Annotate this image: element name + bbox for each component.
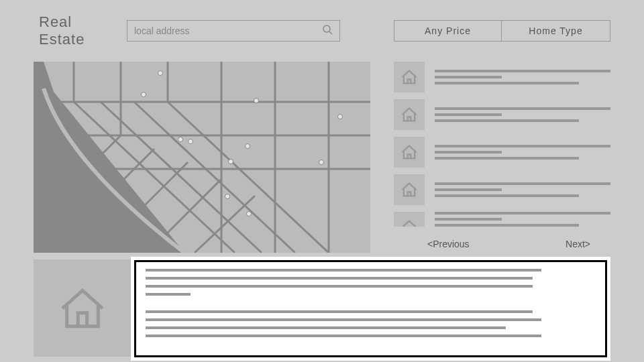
svg-point-0 [323, 25, 330, 32]
map-marker[interactable] [225, 194, 230, 199]
map-marker[interactable] [158, 70, 163, 76]
map-marker[interactable] [245, 143, 250, 149]
listing-thumbnail [394, 212, 425, 227]
detail-thumbnail [34, 259, 131, 357]
listing-thumbnail [394, 174, 425, 205]
listing-item[interactable] [394, 174, 610, 205]
map-marker[interactable] [188, 139, 193, 144]
svg-line-1 [329, 32, 332, 34]
listing-text [435, 212, 610, 227]
map-view[interactable] [34, 62, 370, 253]
map-marker[interactable] [228, 159, 233, 164]
filter-price-button[interactable]: Any Price [394, 20, 501, 42]
search-icon[interactable] [322, 24, 333, 38]
map-marker[interactable] [319, 160, 324, 165]
map-marker[interactable] [254, 98, 259, 103]
next-button[interactable]: Next> [566, 239, 590, 249]
listing-item[interactable] [394, 137, 610, 168]
map-marker[interactable] [246, 211, 252, 217]
filter-type-button[interactable]: Home Type [501, 20, 610, 42]
listing-item[interactable] [394, 212, 610, 227]
listings-panel: <Previous Next> [394, 62, 610, 253]
listing-thumbnail [394, 99, 425, 130]
site-title: Real Estate [39, 13, 97, 48]
listing-text [435, 99, 610, 130]
detail-content[interactable] [134, 260, 607, 357]
listing-item[interactable] [394, 99, 610, 130]
search-input[interactable] [134, 25, 322, 36]
search-box[interactable] [127, 20, 340, 42]
listing-text [435, 137, 610, 168]
map-marker[interactable] [337, 114, 343, 119]
prev-button[interactable]: <Previous [427, 239, 470, 249]
detail-panel [131, 257, 610, 361]
listing-text [435, 174, 610, 205]
map-marker[interactable] [141, 92, 146, 97]
listing-item[interactable] [394, 62, 610, 93]
listing-thumbnail [394, 62, 425, 93]
listing-thumbnail [394, 137, 425, 168]
listing-text [435, 62, 610, 93]
map-marker[interactable] [178, 137, 183, 142]
